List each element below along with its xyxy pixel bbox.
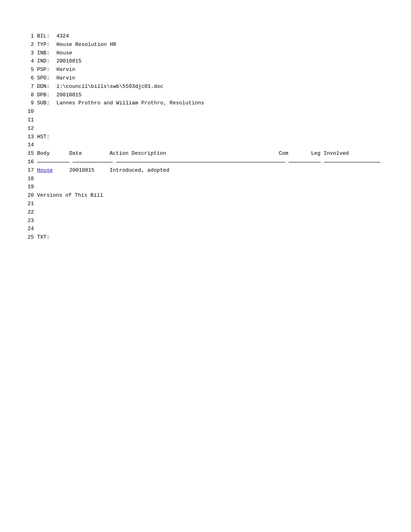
line-number: 9 xyxy=(24,99,34,108)
line-number: 14 xyxy=(24,141,34,150)
line-18: 18 xyxy=(24,175,387,183)
line-number: 23 xyxy=(24,217,34,225)
line-24: 24 xyxy=(24,225,387,233)
col-header-body: Body xyxy=(37,150,69,158)
line-number: 20 xyxy=(24,191,34,200)
line-23: 23 xyxy=(24,217,387,225)
line-number: 10 xyxy=(24,108,34,116)
line-number: 24 xyxy=(24,225,34,233)
col-header-com: Com xyxy=(279,150,311,158)
divider-date xyxy=(73,162,113,162)
col-header-action: Action Description xyxy=(110,150,279,158)
line-number: 16 xyxy=(24,158,34,166)
line-13: 13 HST: xyxy=(24,133,387,141)
dpb-value: 20010815 xyxy=(56,91,387,100)
row-leg xyxy=(311,166,367,175)
line-14: 14 xyxy=(24,141,387,150)
row-action: Introduced, adopted xyxy=(110,166,279,175)
divider-com xyxy=(289,162,321,162)
line-10: 10 xyxy=(24,108,387,116)
line-8: 8 DPB: 20010815 xyxy=(24,91,387,100)
line-21: 21 xyxy=(24,200,387,208)
ddn-label: DDN: xyxy=(37,83,56,91)
line-number: 2 xyxy=(24,41,34,49)
line-number: 4 xyxy=(24,57,34,66)
line-9: 9 SUB: Lannes Prothro and William Prothr… xyxy=(24,99,387,108)
line-number: 25 xyxy=(24,233,34,242)
dpb-label: DPB: xyxy=(37,91,56,100)
line-number: 12 xyxy=(24,125,34,133)
line-2: 2 TYP: House Resolution HR xyxy=(24,41,387,49)
spo-label: SPO: xyxy=(37,74,56,83)
line-number: 18 xyxy=(24,175,34,183)
line-number: 15 xyxy=(24,150,34,158)
line-number: 8 xyxy=(24,91,34,100)
typ-label: TYP: xyxy=(37,41,56,49)
divider-body xyxy=(37,162,69,162)
row-date: 20010815 xyxy=(69,166,110,175)
house-link[interactable]: House xyxy=(37,167,53,173)
line-25: 25 TXT: xyxy=(24,233,387,242)
line-16: 16 xyxy=(24,158,387,166)
line-number: 1 xyxy=(24,32,34,41)
hst-label: HST: xyxy=(37,133,56,141)
line-19: 19 xyxy=(24,183,387,191)
col-header-date: Date xyxy=(69,150,110,158)
ind-label: IND: xyxy=(37,57,56,66)
line-20: 20 Versions of This Bill xyxy=(24,191,387,200)
sub-label: SUB: xyxy=(37,99,56,108)
psp-value: Harvin xyxy=(56,66,387,74)
sub-value: Lannes Prothro and William Prothro, Reso… xyxy=(56,99,387,108)
divider-leg xyxy=(324,162,380,162)
divider-action xyxy=(116,162,285,162)
line-number: 5 xyxy=(24,66,34,74)
line-1: 1 BIL: 4324 xyxy=(24,32,387,41)
line-11: 11 xyxy=(24,116,387,125)
txt-label: TXT: xyxy=(37,233,56,242)
line-15: 15 Body Date Action Description Com Leg … xyxy=(24,150,387,158)
row-body[interactable]: House xyxy=(37,166,69,175)
line-number: 7 xyxy=(24,83,34,91)
line-4: 4 IND: 20010815 xyxy=(24,57,387,66)
line-17: 17 House 20010815 Introduced, adopted xyxy=(24,166,387,175)
line-number: 17 xyxy=(24,166,34,175)
ddn-value: l:\council\bills\swb\5593djc01.doc xyxy=(56,83,387,91)
line-5: 5 PSP: Harvin xyxy=(24,66,387,74)
line-number: 22 xyxy=(24,208,34,217)
line-7: 7 DDN: l:\council\bills\swb\5593djc01.do… xyxy=(24,83,387,91)
line-number: 21 xyxy=(24,200,34,208)
spo-value: Harvin xyxy=(56,74,387,83)
main-content: 1 BIL: 4324 2 TYP: House Resolution HR 3… xyxy=(0,0,411,274)
ind-value: 20010815 xyxy=(56,57,387,66)
psp-label: PSP: xyxy=(37,66,56,74)
line-number: 6 xyxy=(24,74,34,83)
line-number: 3 xyxy=(24,49,34,58)
inb-value: House xyxy=(56,49,387,58)
row-com xyxy=(279,166,311,175)
bil-value: 4324 xyxy=(56,32,387,41)
line-12: 12 xyxy=(24,125,387,133)
bil-label: BIL: xyxy=(37,32,56,41)
inb-label: INB: xyxy=(37,49,56,58)
line-number: 13 xyxy=(24,133,34,141)
line-3: 3 INB: House xyxy=(24,49,387,58)
typ-value: House Resolution HR xyxy=(56,41,387,49)
col-header-leg: Leg Involved xyxy=(311,150,367,158)
line-number: 19 xyxy=(24,183,34,191)
line-22: 22 xyxy=(24,208,387,217)
versions-text: Versions of This Bill xyxy=(37,191,387,200)
line-6: 6 SPO: Harvin xyxy=(24,74,387,83)
line-number: 11 xyxy=(24,116,34,125)
